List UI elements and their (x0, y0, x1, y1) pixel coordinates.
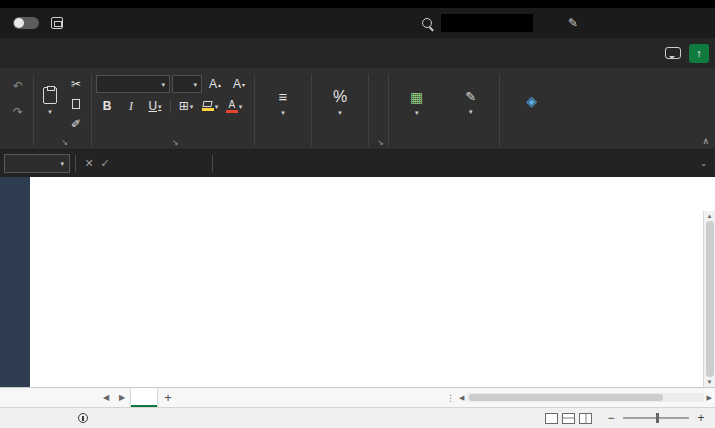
analyze-data-icon: ◈ (526, 93, 537, 109)
group-divider (388, 74, 389, 146)
name-box[interactable]: ▾ (4, 154, 70, 173)
scroll-right-icon[interactable]: ▶ (707, 394, 712, 402)
ribbon-group-undo: ↶ ↷ (4, 71, 32, 149)
ribbon-group-number: % ▾ (313, 71, 367, 149)
bold-button[interactable]: B (96, 97, 118, 115)
vertical-scrollbar[interactable]: ▲ ▼ (703, 211, 715, 387)
analyze-data-button[interactable]: ◈ (504, 71, 560, 133)
increase-font-size-button[interactable]: A▴ (204, 75, 226, 93)
toggle-knob (14, 18, 24, 28)
divider (170, 99, 171, 113)
zoom-in-button[interactable]: + (695, 411, 707, 425)
draw-icon[interactable]: ✎ (568, 16, 578, 30)
group-divider (33, 74, 34, 146)
underline-button[interactable]: U▾ (144, 97, 166, 115)
redo-button[interactable]: ↷ (7, 103, 29, 121)
scroll-left-icon[interactable]: ◀ (459, 394, 464, 402)
save-icon[interactable] (51, 17, 63, 29)
page-break-view-icon[interactable] (579, 413, 592, 424)
sheet-nav-left-icon[interactable]: ◀ (98, 393, 114, 402)
enter-entry-button[interactable]: ✓ (97, 157, 113, 170)
horizontal-scroll-track[interactable] (467, 393, 703, 402)
sheet-tab-sheet1[interactable] (130, 388, 158, 407)
title-bar: ✎ (0, 8, 715, 38)
zoom-slider-handle[interactable] (656, 413, 659, 423)
percent-icon: % (333, 89, 347, 105)
kutools-navigation-pane (0, 177, 30, 387)
cells-icon: ▦ (410, 89, 423, 105)
chevron-down-icon: ▾ (469, 108, 473, 115)
editing-button[interactable]: ✎ ▾ (447, 71, 495, 133)
ribbon-group-clipboard: ▾ ✂ ✐ ↘ (35, 71, 90, 149)
format-painter-icon: ✐ (71, 117, 81, 131)
font-size-select[interactable]: ▾ (172, 75, 202, 93)
normal-view-icon[interactable] (545, 413, 558, 424)
horizontal-scrollbar[interactable]: ◀ ▶ (459, 388, 715, 407)
borders-button[interactable]: ⊞▾ (175, 97, 197, 115)
zoom-out-button[interactable]: − (605, 411, 617, 425)
autosave-toggle[interactable] (8, 17, 44, 29)
expand-formula-bar-icon[interactable]: ⌄ (696, 159, 711, 168)
italic-button[interactable]: I (120, 97, 142, 115)
vertical-scroll-thumb[interactable] (706, 221, 714, 377)
clipboard-dialog-launcher-icon[interactable]: ↘ (61, 138, 68, 147)
decrease-font-size-button[interactable]: A▾ (228, 75, 250, 93)
font-name-select[interactable]: ▾ (96, 75, 170, 93)
divider (75, 155, 76, 172)
share-icon[interactable]: ↑ (689, 44, 709, 63)
ribbon-group-font: ▾ ▾ A▴ A▾ B I U▾ ⊞▾ (93, 71, 253, 149)
cancel-entry-button[interactable]: ✕ (81, 157, 97, 170)
formula-bar-splitter[interactable] (212, 155, 213, 172)
sheet-tab-bar: ◀ ▶ + ⋮ ◀ ▶ (0, 387, 715, 407)
chevron-down-icon: ▾ (415, 109, 419, 116)
tab-scroll-dots-icon[interactable]: ⋮ (442, 393, 459, 403)
redacted-account (441, 14, 533, 32)
copy-icon (72, 99, 80, 109)
autosave-switch[interactable] (13, 17, 39, 29)
alignment-button[interactable]: ≡ ▾ (259, 71, 307, 133)
paste-button[interactable]: ▾ (38, 71, 62, 131)
cut-button[interactable]: ✂ (65, 75, 87, 93)
group-divider (91, 74, 92, 146)
add-sheet-button[interactable]: + (158, 390, 178, 405)
cells-button[interactable]: ▦ ▾ (393, 71, 441, 133)
zoom-slider[interactable] (623, 417, 689, 419)
align-lines-icon: ≡ (279, 89, 288, 105)
undo-button[interactable]: ↶ (7, 77, 29, 95)
scissors-icon: ✂ (71, 77, 81, 91)
search-icon[interactable] (421, 17, 434, 30)
scroll-up-icon[interactable]: ▲ (707, 213, 713, 219)
collapse-ribbon-icon[interactable]: ∧ (702, 136, 709, 146)
comments-icon[interactable] (665, 47, 681, 59)
ribbon-tab-bar: ↑ (0, 38, 715, 68)
accessibility-status[interactable] (78, 413, 92, 423)
styles-dialog-launcher-icon[interactable]: ↘ (377, 138, 384, 147)
chevron-down-icon: ▾ (60, 160, 64, 167)
font-color-icon: A (226, 100, 238, 113)
cropped-window-edge (0, 0, 715, 8)
status-bar: − + (0, 407, 715, 428)
chevron-down-icon: ▾ (338, 109, 342, 116)
scroll-down-icon[interactable]: ▼ (707, 379, 713, 385)
sheet-nav-right-icon[interactable]: ▶ (114, 393, 130, 402)
copy-button[interactable] (65, 95, 87, 113)
number-format-button[interactable]: % ▾ (316, 71, 364, 133)
font-color-button[interactable]: A ▾ (223, 97, 245, 115)
ribbon: ↶ ↷ ▾ ✂ ✐ ↘ (0, 68, 715, 150)
excel-window: ✎ ↑ ↶ ↷ ▾ (0, 0, 715, 428)
borders-icon: ⊞ (179, 99, 189, 113)
horizontal-scroll-thumb[interactable] (469, 394, 663, 401)
ribbon-group-analysis: ◈ (501, 71, 563, 149)
chevron-down-icon: ▾ (161, 81, 165, 88)
editing-icon: ✎ (465, 89, 476, 104)
undo-icon: ↶ (13, 79, 23, 93)
chevron-down-icon: ▾ (48, 108, 52, 115)
group-divider (254, 74, 255, 146)
formula-bar: ▾ ✕ ✓ ⌄ (0, 150, 715, 177)
font-dialog-launcher-icon[interactable]: ↘ (172, 138, 179, 147)
ribbon-group-styles: ↘ (370, 71, 387, 149)
page-layout-view-icon[interactable] (562, 413, 575, 424)
fill-color-button[interactable]: ▾ (199, 97, 221, 115)
format-painter-button[interactable]: ✐ (65, 115, 87, 133)
chevron-down-icon: ▾ (281, 109, 285, 116)
